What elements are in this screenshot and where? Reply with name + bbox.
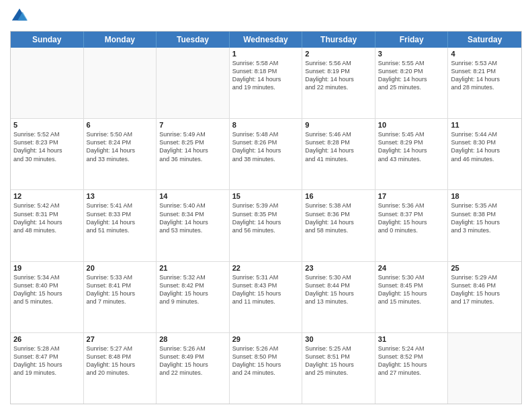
day-number: 6: [87, 121, 154, 129]
calendar-row: 1Sunrise: 5:58 AM Sunset: 8:18 PM Daylig…: [11, 48, 521, 119]
day-info: Sunrise: 5:46 AM Sunset: 8:28 PM Dayligh…: [305, 130, 372, 163]
day-info: Sunrise: 5:56 AM Sunset: 8:19 PM Dayligh…: [305, 59, 372, 92]
calendar-cell: 23Sunrise: 5:30 AM Sunset: 8:44 PM Dayli…: [302, 262, 375, 332]
day-number: 5: [13, 121, 81, 129]
day-info: Sunrise: 5:30 AM Sunset: 8:45 PM Dayligh…: [378, 273, 445, 306]
day-number: 3: [378, 50, 445, 58]
calendar-cell: 11Sunrise: 5:44 AM Sunset: 8:30 PM Dayli…: [448, 119, 521, 189]
calendar-cell: 25Sunrise: 5:29 AM Sunset: 8:46 PM Dayli…: [448, 262, 521, 332]
day-info: Sunrise: 5:48 AM Sunset: 8:26 PM Dayligh…: [232, 130, 300, 163]
calendar-cell: 2Sunrise: 5:56 AM Sunset: 8:19 PM Daylig…: [302, 48, 375, 118]
day-info: Sunrise: 5:39 AM Sunset: 8:35 PM Dayligh…: [232, 201, 300, 234]
day-info: Sunrise: 5:40 AM Sunset: 8:34 PM Dayligh…: [159, 201, 226, 234]
day-number: 21: [159, 264, 226, 272]
day-number: 10: [378, 121, 445, 129]
logo: [10, 7, 32, 26]
calendar-cell: 7Sunrise: 5:49 AM Sunset: 8:25 PM Daylig…: [157, 119, 230, 189]
day-info: Sunrise: 5:44 AM Sunset: 8:30 PM Dayligh…: [451, 130, 519, 163]
day-number: 20: [87, 264, 154, 272]
calendar-cell: 15Sunrise: 5:39 AM Sunset: 8:35 PM Dayli…: [230, 190, 303, 261]
day-number: 29: [232, 335, 300, 343]
calendar-row: 5Sunrise: 5:52 AM Sunset: 8:23 PM Daylig…: [11, 119, 521, 190]
calendar-cell: [84, 48, 157, 118]
day-info: Sunrise: 5:31 AM Sunset: 8:43 PM Dayligh…: [232, 273, 300, 306]
day-info: Sunrise: 5:42 AM Sunset: 8:31 PM Dayligh…: [13, 201, 81, 234]
day-number: 15: [232, 192, 300, 200]
calendar-cell: 8Sunrise: 5:48 AM Sunset: 8:26 PM Daylig…: [230, 119, 303, 189]
calendar-cell: 30Sunrise: 5:25 AM Sunset: 8:51 PM Dayli…: [302, 333, 375, 404]
day-number: 4: [451, 50, 519, 58]
day-info: Sunrise: 5:29 AM Sunset: 8:46 PM Dayligh…: [451, 273, 519, 306]
day-number: 27: [87, 335, 154, 343]
day-info: Sunrise: 5:24 AM Sunset: 8:52 PM Dayligh…: [378, 345, 445, 377]
day-number: 23: [305, 264, 372, 272]
day-info: Sunrise: 5:30 AM Sunset: 8:44 PM Dayligh…: [305, 273, 372, 306]
calendar-cell: 5Sunrise: 5:52 AM Sunset: 8:23 PM Daylig…: [11, 119, 84, 189]
calendar-header-cell: Saturday: [448, 32, 521, 48]
day-info: Sunrise: 5:26 AM Sunset: 8:49 PM Dayligh…: [159, 345, 226, 377]
day-number: 9: [305, 121, 372, 129]
calendar-header-cell: Tuesday: [157, 32, 230, 48]
day-number: 8: [232, 121, 300, 129]
day-info: Sunrise: 5:34 AM Sunset: 8:40 PM Dayligh…: [13, 273, 81, 306]
day-info: Sunrise: 5:53 AM Sunset: 8:21 PM Dayligh…: [451, 59, 519, 92]
calendar-header-cell: Monday: [84, 32, 157, 48]
calendar-cell: 21Sunrise: 5:32 AM Sunset: 8:42 PM Dayli…: [157, 262, 230, 332]
header: [10, 7, 522, 26]
day-info: Sunrise: 5:25 AM Sunset: 8:51 PM Dayligh…: [305, 345, 372, 377]
calendar-cell: 3Sunrise: 5:55 AM Sunset: 8:20 PM Daylig…: [375, 48, 449, 118]
day-info: Sunrise: 5:32 AM Sunset: 8:42 PM Dayligh…: [159, 273, 226, 306]
day-info: Sunrise: 5:41 AM Sunset: 8:33 PM Dayligh…: [87, 201, 154, 234]
logo-icon: [10, 7, 29, 26]
day-info: Sunrise: 5:38 AM Sunset: 8:36 PM Dayligh…: [305, 201, 372, 234]
day-info: Sunrise: 5:55 AM Sunset: 8:20 PM Dayligh…: [378, 59, 445, 92]
day-number: 17: [378, 192, 445, 200]
day-number: 7: [159, 121, 226, 129]
day-number: 26: [13, 335, 81, 343]
calendar-cell: 14Sunrise: 5:40 AM Sunset: 8:34 PM Dayli…: [157, 190, 230, 261]
day-number: 19: [13, 264, 81, 272]
day-info: Sunrise: 5:50 AM Sunset: 8:24 PM Dayligh…: [87, 130, 154, 163]
day-info: Sunrise: 5:36 AM Sunset: 8:37 PM Dayligh…: [378, 201, 445, 234]
calendar-cell: 19Sunrise: 5:34 AM Sunset: 8:40 PM Dayli…: [11, 262, 84, 332]
day-number: 24: [378, 264, 445, 272]
calendar-cell: 13Sunrise: 5:41 AM Sunset: 8:33 PM Dayli…: [84, 190, 157, 261]
day-number: 22: [232, 264, 300, 272]
calendar-cell: [448, 333, 521, 404]
calendar-cell: 22Sunrise: 5:31 AM Sunset: 8:43 PM Dayli…: [230, 262, 303, 332]
day-number: 28: [159, 335, 226, 343]
calendar-cell: [157, 48, 230, 118]
day-info: Sunrise: 5:58 AM Sunset: 8:18 PM Dayligh…: [232, 59, 300, 92]
day-number: 12: [13, 192, 81, 200]
calendar-cell: 4Sunrise: 5:53 AM Sunset: 8:21 PM Daylig…: [448, 48, 521, 118]
calendar-cell: 18Sunrise: 5:35 AM Sunset: 8:38 PM Dayli…: [448, 190, 521, 261]
calendar-header-cell: Thursday: [302, 32, 375, 48]
calendar-header: SundayMondayTuesdayWednesdayThursdayFrid…: [11, 32, 521, 48]
day-number: 2: [305, 50, 372, 58]
calendar-cell: 9Sunrise: 5:46 AM Sunset: 8:28 PM Daylig…: [302, 119, 375, 189]
day-info: Sunrise: 5:33 AM Sunset: 8:41 PM Dayligh…: [87, 273, 154, 306]
page: SundayMondayTuesdayWednesdayThursdayFrid…: [0, 0, 532, 411]
calendar-cell: 29Sunrise: 5:26 AM Sunset: 8:50 PM Dayli…: [230, 333, 303, 404]
day-info: Sunrise: 5:52 AM Sunset: 8:23 PM Dayligh…: [13, 130, 81, 163]
calendar-cell: 12Sunrise: 5:42 AM Sunset: 8:31 PM Dayli…: [11, 190, 84, 261]
calendar-header-cell: Friday: [375, 32, 449, 48]
calendar-cell: 16Sunrise: 5:38 AM Sunset: 8:36 PM Dayli…: [302, 190, 375, 261]
calendar-header-cell: Wednesday: [230, 32, 303, 48]
day-info: Sunrise: 5:28 AM Sunset: 8:47 PM Dayligh…: [13, 345, 81, 377]
day-number: 11: [451, 121, 519, 129]
day-number: 25: [451, 264, 519, 272]
day-number: 16: [305, 192, 372, 200]
calendar-row: 12Sunrise: 5:42 AM Sunset: 8:31 PM Dayli…: [11, 190, 521, 261]
day-number: 31: [378, 335, 445, 343]
calendar-cell: 6Sunrise: 5:50 AM Sunset: 8:24 PM Daylig…: [84, 119, 157, 189]
day-info: Sunrise: 5:45 AM Sunset: 8:29 PM Dayligh…: [378, 130, 445, 163]
calendar-cell: [11, 48, 84, 118]
day-number: 18: [451, 192, 519, 200]
calendar-body: 1Sunrise: 5:58 AM Sunset: 8:18 PM Daylig…: [11, 48, 521, 404]
day-number: 13: [87, 192, 154, 200]
calendar-row: 19Sunrise: 5:34 AM Sunset: 8:40 PM Dayli…: [11, 262, 521, 333]
calendar-cell: 20Sunrise: 5:33 AM Sunset: 8:41 PM Dayli…: [84, 262, 157, 332]
day-info: Sunrise: 5:26 AM Sunset: 8:50 PM Dayligh…: [232, 345, 300, 377]
calendar-cell: 28Sunrise: 5:26 AM Sunset: 8:49 PM Dayli…: [157, 333, 230, 404]
